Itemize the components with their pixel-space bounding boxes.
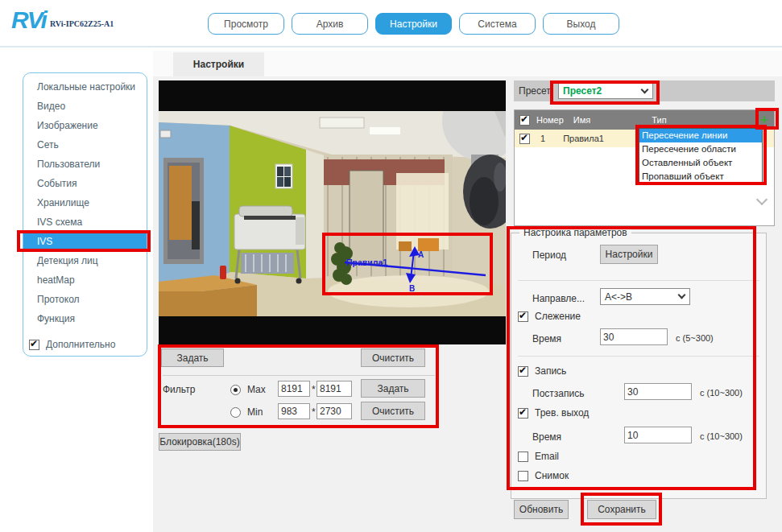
type-option-abandoned-object[interactable]: Оставленный объект <box>639 156 762 170</box>
filter-max-radio[interactable] <box>230 385 241 395</box>
camera-settings-window: { "colors": { "accent_blue": "#2D9FDE", … <box>0 0 782 532</box>
advanced-checkbox[interactable] <box>29 340 39 350</box>
settings-sidebar: Локальные настройки Видео Изображение Се… <box>23 72 147 357</box>
rule-number: 1 <box>540 134 545 143</box>
header-divider <box>0 46 782 47</box>
preset-select[interactable]: Пресет2 <box>558 83 653 99</box>
sidebar-item-heatmap[interactable]: heatMap <box>23 270 147 290</box>
chevron-down-icon <box>641 86 649 94</box>
preset-label: Пресет <box>519 85 551 97</box>
max-width-input[interactable] <box>278 381 310 397</box>
nav-settings-button[interactable]: Настройки <box>375 13 452 35</box>
sidebar-item-ivs[interactable]: IVS <box>23 232 147 251</box>
sidebar-item-image[interactable]: Изображение <box>23 116 147 135</box>
dimension-separator: * <box>312 384 316 395</box>
alarm-time-label: Время <box>532 431 561 443</box>
save-button[interactable]: Сохранить <box>587 500 656 519</box>
filter-clear-button[interactable]: Очистить <box>361 402 425 420</box>
nav-archive-button[interactable]: Архив <box>292 13 368 35</box>
max-height-input[interactable] <box>317 381 352 397</box>
filter-min-radio[interactable] <box>230 407 241 418</box>
rule-name: Правила1 <box>563 134 604 143</box>
col-name: Имя <box>573 115 590 125</box>
period-label: Период <box>532 250 566 261</box>
preset-value: Пресет2 <box>563 85 602 97</box>
sidebar-item-ivs-scheme[interactable]: IVS схема <box>23 212 147 232</box>
sidebar-item-events[interactable]: События <box>23 174 147 193</box>
post-record-hint: с (10~300) <box>700 388 743 398</box>
sidebar-item-function[interactable]: Функция <box>23 309 147 328</box>
divider <box>518 356 759 357</box>
record-label: Запись <box>535 365 566 377</box>
nav-preview-button[interactable]: Просмотр <box>208 13 284 35</box>
rule-checkbox[interactable] <box>519 134 530 144</box>
sidebar-item-local-settings[interactable]: Локальные настройки <box>23 77 147 97</box>
clear-rule-button[interactable]: Очистить <box>361 348 425 367</box>
rule-name-label: Правила1 <box>346 258 387 267</box>
post-record-label: Постзапись <box>532 388 584 399</box>
camera-model-label: RVi-IPC62Z25-A1 <box>50 19 114 28</box>
direction-a-label: A <box>418 250 424 259</box>
period-settings-button[interactable]: Настройки <box>600 245 658 264</box>
scroll-down-icon[interactable] <box>756 194 768 205</box>
select-all-checkbox[interactable] <box>519 115 530 126</box>
email-label: Email <box>535 451 559 462</box>
post-record-input[interactable] <box>624 383 692 400</box>
direction-value: A<->B <box>605 291 632 303</box>
parameters-legend: Настройка параметров <box>519 227 631 238</box>
tracking-time-hint: с (5~300) <box>676 333 714 343</box>
tracking-checkbox[interactable] <box>518 311 528 322</box>
filter-set-button[interactable]: Задать <box>361 379 425 398</box>
nav-logout-button[interactable]: Выход <box>543 13 619 35</box>
dimension-separator: * <box>312 406 316 418</box>
record-checkbox[interactable] <box>518 366 528 377</box>
direction-label: Направле... <box>532 293 585 304</box>
filter-max-label: Max <box>247 384 266 395</box>
main-nav: Просмотр Архив Настройки Система Выход <box>208 13 619 35</box>
filter-min-label: Min <box>247 406 263 418</box>
refresh-button[interactable]: Обновить <box>514 500 569 519</box>
draw-rule-button[interactable]: Задать <box>161 348 224 367</box>
add-rule-icon[interactable]: + <box>760 112 768 128</box>
fire-extinguisher <box>220 266 226 279</box>
lock-button[interactable]: Блокировка(180s) <box>159 433 241 451</box>
alarm-out-checkbox[interactable] <box>518 408 528 419</box>
filter-divider <box>163 375 435 376</box>
chevron-down-icon <box>678 291 686 299</box>
snapshot-checkbox[interactable] <box>518 471 528 481</box>
min-height-input[interactable] <box>317 403 352 419</box>
wall-pictures <box>275 164 292 188</box>
col-type: Тип <box>652 115 666 125</box>
rule-type-dropdown: Пересечение линии Пересечение области Ос… <box>639 128 763 184</box>
tracking-time-label: Время <box>532 333 561 344</box>
video-canvas[interactable]: Правила1 A B <box>159 80 506 344</box>
sidebar-item-users[interactable]: Пользователи <box>23 155 147 174</box>
type-option-area-crossing[interactable]: Пересечение области <box>639 142 762 156</box>
divider <box>518 280 759 281</box>
type-option-line-crossing[interactable]: Пересечение линии <box>639 129 762 142</box>
tracking-time-input[interactable] <box>600 328 668 345</box>
sidebar-item-storage[interactable]: Хранилище <box>23 193 147 212</box>
sidebar-item-video[interactable]: Видео <box>23 97 147 116</box>
type-option-missing-object[interactable]: Пропавший объект <box>639 170 762 184</box>
nav-system-button[interactable]: Система <box>459 13 536 35</box>
direction-select[interactable]: A<->B <box>600 288 690 305</box>
tracking-label: Слежение <box>535 311 581 322</box>
camera-scene <box>159 80 506 316</box>
tab-settings[interactable]: Настройки <box>173 52 264 76</box>
min-width-input[interactable] <box>278 403 310 419</box>
sidebar-item-face-detection[interactable]: Детекция лиц <box>23 251 147 270</box>
direction-b-label: B <box>409 284 415 293</box>
rvi-logo: RVi <box>11 6 46 34</box>
advanced-label: Дополнительно <box>46 339 115 350</box>
parameters-group: Настройка параметров Период Настройки На… <box>511 233 767 499</box>
rules-table-header: Номер Имя Тип + <box>515 110 774 130</box>
sidebar-item-protocol[interactable]: Протокол <box>23 290 147 309</box>
sidebar-item-network[interactable]: Сеть <box>23 135 147 155</box>
col-number: Номер <box>536 115 564 125</box>
tab-strip: Настройки <box>153 51 782 76</box>
alarm-time-hint: с (10~300) <box>700 431 743 441</box>
alarm-time-input[interactable] <box>624 427 692 443</box>
alarm-out-label: Трев. выход <box>535 407 589 419</box>
email-checkbox[interactable] <box>518 452 528 462</box>
